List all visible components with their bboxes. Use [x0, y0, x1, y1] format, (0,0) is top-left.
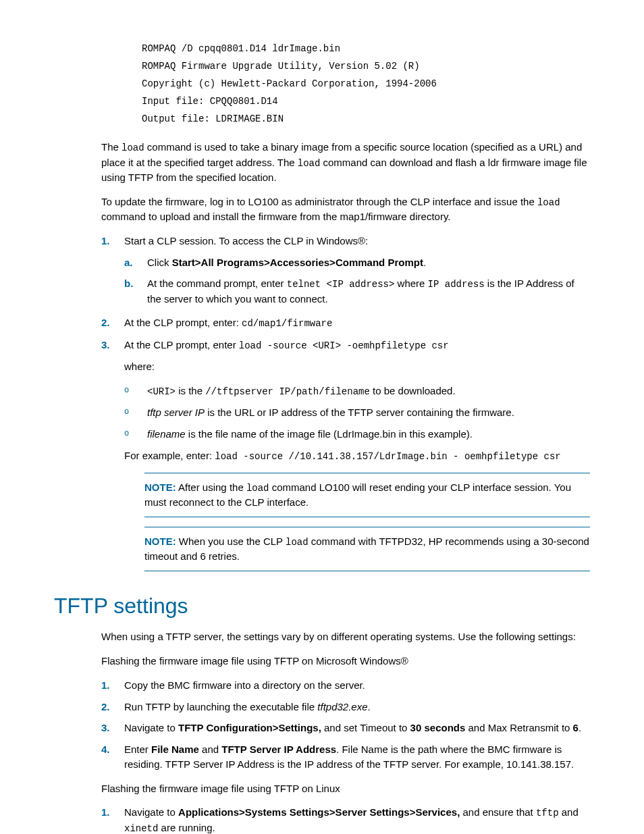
text: is the file name of the image file (LdrI…: [186, 428, 473, 440]
text: When you use the CLP: [176, 536, 286, 547]
step-number: 2.: [101, 315, 110, 330]
text: Click: [147, 257, 172, 268]
text: To update the firmware, log in to LO100 …: [101, 196, 537, 207]
code-line: Output file: LDRIMAGE.BIN: [142, 111, 590, 128]
inline-code: telnet <IP address>: [287, 279, 395, 290]
note-box: NOTE: After using the load command LO100…: [144, 473, 590, 517]
list-item: a. Click Start>All Programs>Accessories>…: [124, 255, 590, 270]
text: Enter: [124, 744, 151, 755]
bold-text: 6: [573, 722, 579, 733]
code-line: Input file: CPQQ0801.D14: [142, 93, 590, 111]
text: Navigate to: [124, 806, 178, 818]
text: .: [579, 722, 581, 733]
text: and ensure that: [460, 806, 536, 818]
inline-code: cd/map1/firmware: [242, 318, 332, 329]
text: At the CLP prompt, enter:: [124, 317, 242, 328]
inline-code: //tftpserver IP/path/filename: [205, 386, 370, 397]
inline-code: load -source <URI> -oemhpfiletype csr: [239, 340, 449, 351]
text: and Max Retransmit to: [465, 722, 572, 733]
bullet-icon: o: [124, 385, 129, 396]
text: is the: [176, 385, 205, 396]
list-item: o <URI> is the //tftpserver IP/path/file…: [124, 384, 590, 398]
page-content: ROMPAQ /D cpqq0801.D14 ldrImage.bin ROMP…: [101, 41, 590, 834]
text: At the CLP prompt, enter: [124, 339, 239, 350]
list-item: b. At the command prompt, enter telnet <…: [124, 276, 590, 306]
text: where:: [124, 359, 590, 374]
bold-text: TFTP Configuration>Settings,: [178, 722, 321, 733]
italic-text: tftpd32.exe: [317, 701, 367, 712]
heading-tftp-settings: TFTP settings: [54, 590, 590, 621]
inline-code: load: [298, 158, 321, 169]
sub-list: a. Click Start>All Programs>Accessories>…: [124, 255, 590, 307]
paragraph: Flashing the firmware image file using T…: [101, 781, 590, 796]
step-number: 3.: [101, 721, 110, 735]
step-number: 1.: [101, 805, 110, 820]
paragraph: Flashing the firmware image file using T…: [101, 654, 590, 669]
list-item: 2.Run TFTP by launching the executable f…: [101, 700, 590, 714]
text: are running.: [158, 822, 215, 833]
bullet-list: o <URI> is the //tftpserver IP/path/file…: [124, 384, 590, 442]
text: For example, enter:: [124, 450, 215, 461]
list-item: 1.Copy the BMC firmware into a directory…: [101, 678, 590, 693]
text: At the command prompt, enter: [147, 278, 287, 289]
bullet-icon: o: [124, 407, 129, 418]
text: .: [423, 257, 426, 268]
bold-text: TFTP Server IP Address: [221, 744, 336, 755]
bold-text: 30 seconds: [410, 722, 466, 733]
list-item: 3.Navigate to TFTP Configuration>Setting…: [101, 721, 590, 735]
step-letter: a.: [124, 255, 133, 270]
step-number: 1.: [101, 678, 110, 693]
list-item: 1. Start a CLP session. To access the CL…: [101, 234, 590, 307]
list-item: o tftp server IP is the URL or IP addres…: [124, 405, 590, 420]
step-number: 4.: [101, 742, 110, 757]
code-line: ROMPAQ Firmware Upgrade Utility, Version…: [142, 58, 590, 76]
step-number: 1.: [101, 234, 110, 249]
list-item: o filename is the file name of the image…: [124, 427, 590, 442]
bold-text: File Name: [151, 744, 199, 755]
text: Run TFTP by launching the executable fil…: [124, 701, 317, 712]
paragraph: For example, enter: load -source //10.14…: [124, 448, 590, 463]
bold-text: Applications>Systems Settings>Server Set…: [178, 806, 460, 818]
text: The: [101, 141, 122, 153]
text: Start a CLP session. To access the CLP i…: [124, 235, 368, 246]
text: Navigate to: [124, 722, 178, 733]
code-line: ROMPAQ /D cpqq0801.D14 ldrImage.bin: [142, 41, 590, 58]
inline-code: xinetd: [124, 823, 158, 834]
inline-code: load: [122, 142, 144, 153]
inline-code: tftp: [536, 808, 559, 818]
note-label: NOTE:: [144, 536, 176, 547]
inline-code: load -source //10.141.38.157/LdrImage.bi…: [215, 451, 560, 462]
italic-text: tftp server IP: [147, 407, 205, 418]
bullet-icon: o: [124, 428, 129, 440]
text: and: [199, 744, 221, 755]
text: and set Timeout to: [321, 722, 410, 733]
code-block: ROMPAQ /D cpqq0801.D14 ldrImage.bin ROMP…: [142, 41, 590, 128]
list-item: 3. At the CLP prompt, enter load -source…: [101, 338, 590, 571]
text: command to upload and install the firmwa…: [101, 211, 450, 222]
inline-code: <URI>: [147, 386, 176, 397]
bold-text: Start>All Programs>Accessories>Command P…: [172, 257, 423, 268]
list-item: 1.Navigate to Applications>Systems Setti…: [101, 805, 590, 834]
text: Copy the BMC firmware into a directory o…: [124, 679, 365, 691]
list-item: 2. At the CLP prompt, enter: cd/map1/fir…: [101, 315, 590, 330]
text: is the URL or IP address of the TFTP ser…: [205, 407, 514, 418]
code-line: Copyright (c) Hewlett-Packard Corporatio…: [142, 76, 590, 93]
italic-text: filename: [147, 428, 186, 440]
text: and: [559, 806, 579, 818]
list-item: 4.Enter File Name and TFTP Server IP Add…: [101, 742, 590, 772]
text: to be downloaded.: [370, 385, 456, 396]
text: .: [368, 701, 371, 712]
steps-list: 1.Copy the BMC firmware into a directory…: [101, 678, 590, 772]
inline-code: load: [537, 197, 560, 208]
step-number: 2.: [101, 700, 110, 714]
steps-list: 1.Navigate to Applications>Systems Setti…: [101, 805, 590, 834]
paragraph: The load command is used to take a binar…: [101, 140, 590, 184]
text: After using the: [176, 481, 246, 493]
text: where: [394, 278, 427, 289]
step-number: 3.: [101, 338, 110, 353]
paragraph: To update the firmware, log in to LO100 …: [101, 194, 590, 224]
note-box: NOTE: When you use the CLP load command …: [144, 527, 590, 571]
paragraph: When using a TFTP server, the settings v…: [101, 629, 590, 644]
steps-list: 1. Start a CLP session. To access the CL…: [101, 234, 590, 571]
inline-code: IP address: [428, 279, 485, 290]
